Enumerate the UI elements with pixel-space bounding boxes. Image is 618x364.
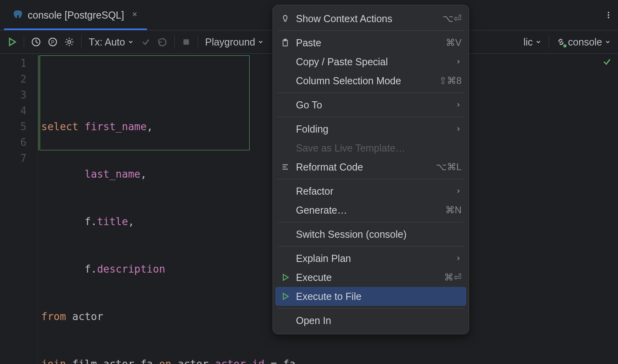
menu-save-live-template: Save as Live Template… xyxy=(273,138,469,157)
menu-go-to[interactable]: Go To xyxy=(273,95,469,114)
reformat-icon xyxy=(280,163,290,171)
line-number: 7 xyxy=(0,150,27,166)
menu-copy-paste-special[interactable]: Copy / Paste Special xyxy=(273,52,469,71)
svg-point-2 xyxy=(608,17,609,18)
close-icon[interactable] xyxy=(132,11,139,19)
clipboard-icon xyxy=(280,38,290,47)
run-icon[interactable] xyxy=(7,37,17,47)
svg-point-6 xyxy=(68,40,71,44)
menu-show-context-actions[interactable]: Show Context Actions ⌥⏎ xyxy=(273,9,469,28)
menu-execute-to-file[interactable]: Execute to File xyxy=(275,287,466,306)
link-icon xyxy=(556,37,566,47)
chevron-right-icon xyxy=(455,59,462,65)
menu-explain-plan[interactable]: Explain Plan xyxy=(273,249,469,268)
menu-refactor[interactable]: Refactor xyxy=(273,182,469,201)
chevron-right-icon xyxy=(455,126,462,132)
rollback-icon[interactable] xyxy=(158,37,167,47)
p-circle-icon[interactable]: P xyxy=(48,37,57,47)
chevron-right-icon xyxy=(455,188,462,194)
editor-tab-console[interactable]: console [PostgreSQL] xyxy=(4,0,147,30)
separator xyxy=(24,36,24,48)
menu-generate[interactable]: Generate… ⌘N xyxy=(273,201,469,220)
menu-switch-session[interactable]: Switch Session (console) xyxy=(273,225,469,244)
resolve-mode-dropdown[interactable]: Playground xyxy=(205,36,264,48)
menu-separator xyxy=(278,222,464,222)
line-number: 1 xyxy=(0,55,27,71)
schema-label: lic xyxy=(523,36,533,48)
menu-open-in[interactable]: Open In xyxy=(273,311,469,330)
tx-mode-dropdown[interactable]: Tx: Auto xyxy=(89,36,134,48)
chevron-right-icon xyxy=(455,255,462,262)
menu-separator xyxy=(278,308,464,309)
menu-paste[interactable]: Paste ⌘V xyxy=(273,33,469,52)
postgresql-icon xyxy=(12,9,23,21)
separator xyxy=(549,36,549,48)
context-menu: Show Context Actions ⌥⏎ Paste ⌘V Copy / … xyxy=(273,5,469,334)
menu-separator xyxy=(278,30,464,31)
schema-dropdown[interactable]: lic xyxy=(523,36,542,48)
menu-separator xyxy=(278,93,464,93)
line-number: 2 xyxy=(0,71,27,87)
tx-mode-label: Tx: Auto xyxy=(89,36,125,48)
session-label: console xyxy=(568,36,602,48)
bulb-icon xyxy=(280,14,290,23)
history-icon[interactable] xyxy=(31,37,41,47)
menu-separator xyxy=(278,179,464,179)
svg-rect-7 xyxy=(183,39,189,45)
menu-separator xyxy=(278,117,464,117)
menu-reformat-code[interactable]: Reformat Code ⌥⌘L xyxy=(273,157,469,176)
play-icon xyxy=(280,292,290,300)
kebab-icon[interactable] xyxy=(605,11,612,19)
commit-icon[interactable] xyxy=(141,37,151,47)
menu-folding[interactable]: Folding xyxy=(273,119,469,138)
separator xyxy=(198,36,198,48)
session-dropdown[interactable]: console xyxy=(556,36,611,48)
line-number: 6 xyxy=(0,135,27,150)
line-number: 3 xyxy=(0,87,27,103)
menu-column-selection[interactable]: Column Selection Mode ⇧⌘8 xyxy=(273,71,469,90)
resolve-mode-label: Playground xyxy=(205,36,255,48)
check-icon[interactable] xyxy=(602,57,612,66)
menu-separator xyxy=(278,246,464,246)
gear-icon[interactable] xyxy=(65,37,74,47)
svg-point-0 xyxy=(608,12,609,13)
separator xyxy=(81,36,82,48)
line-number: 5 xyxy=(0,119,27,135)
menu-execute[interactable]: Execute ⌘⏎ xyxy=(273,268,469,287)
svg-text:P: P xyxy=(51,40,54,45)
tab-title: console [PostgreSQL] xyxy=(28,9,124,21)
svg-point-1 xyxy=(608,14,609,16)
separator xyxy=(174,36,175,48)
stop-icon[interactable] xyxy=(182,38,191,46)
line-number: 4 xyxy=(0,103,27,119)
play-icon xyxy=(280,273,290,281)
chevron-right-icon xyxy=(455,102,462,108)
gutter: 1 2 3 4 5 6 7 xyxy=(0,54,38,364)
